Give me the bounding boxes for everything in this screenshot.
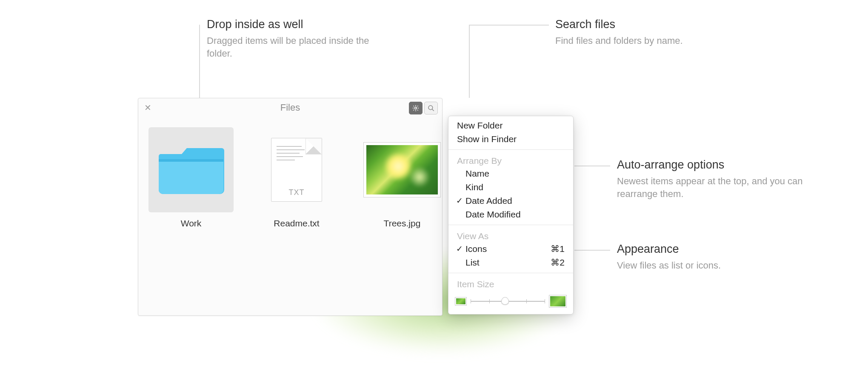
checkmark-icon: ✓: [456, 244, 463, 254]
leader-line: [469, 25, 470, 98]
text-file-icon: TXT: [254, 127, 339, 212]
svg-line-2: [432, 109, 434, 111]
menu-header-arrange-by: Arrange By: [448, 153, 573, 167]
file-item-text[interactable]: TXT Readme.txt: [254, 127, 339, 229]
menu-separator: [448, 273, 573, 273]
menu-item-arrange-kind[interactable]: Kind: [448, 180, 573, 194]
gear-icon: [412, 104, 420, 112]
window-title: Files: [280, 102, 300, 113]
slider-knob[interactable]: [501, 297, 509, 305]
svg-point-0: [415, 107, 417, 109]
settings-button[interactable]: [409, 102, 423, 114]
callout-desc: View files as list or icons.: [617, 259, 804, 272]
menu-item-label: Icons: [465, 244, 487, 254]
callout-appearance: Appearance View files as list or icons.: [617, 242, 804, 272]
image-thumbnail: [360, 127, 445, 212]
callout-search-files: Search files Find files and folders by n…: [555, 17, 742, 47]
settings-menu: New Folder Show in Finder Arrange By Nam…: [448, 116, 574, 314]
item-size-slider[interactable]: [471, 301, 545, 302]
search-icon: [427, 104, 435, 112]
leader-line: [469, 25, 549, 26]
keyboard-shortcut: ⌘2: [551, 257, 565, 268]
folder-icon: [148, 127, 234, 212]
callout-title: Drop inside as well: [207, 17, 394, 32]
callout-desc: Newest items appear at the top, and you …: [617, 175, 821, 200]
menu-item-arrange-date-modified[interactable]: Date Modified: [448, 208, 573, 221]
size-thumb-small-icon: [455, 297, 466, 305]
callout-title: Appearance: [617, 242, 804, 257]
file-label: Work: [181, 218, 202, 229]
menu-header-item-size: Item Size: [448, 277, 573, 290]
size-thumb-large-icon: [549, 295, 566, 307]
menu-item-view-list[interactable]: List ⌘2: [448, 256, 573, 269]
file-label: Readme.txt: [274, 218, 319, 229]
menu-item-arrange-date-added[interactable]: ✓ Date Added: [448, 194, 573, 208]
callout-auto-arrange: Auto-arrange options Newest items appear…: [617, 157, 821, 200]
menu-separator: [448, 149, 573, 150]
menu-item-label: Date Added: [465, 196, 512, 206]
file-ext-label: TXT: [271, 188, 322, 197]
file-label: Trees.jpg: [384, 218, 421, 229]
callout-drop-inside: Drop inside as well Dragged items will b…: [207, 17, 394, 60]
callout-desc: Dragged items will be placed inside the …: [207, 34, 394, 60]
file-item-image[interactable]: Trees.jpg: [360, 127, 445, 229]
close-button[interactable]: ✕: [144, 103, 151, 112]
svg-rect-3: [159, 159, 223, 162]
items-area: Work TXT: [138, 117, 442, 229]
callout-desc: Find files and folders by name.: [555, 34, 742, 47]
callout-title: Auto-arrange options: [617, 157, 821, 172]
menu-item-arrange-name[interactable]: Name: [448, 167, 573, 180]
titlebar: ✕ Files: [138, 98, 442, 117]
menu-item-view-icons[interactable]: ✓ Icons ⌘1: [448, 242, 573, 256]
files-window: ✕ Files: [138, 98, 443, 316]
toolbar-right: [409, 102, 438, 114]
menu-separator: [448, 225, 573, 225]
svg-point-1: [428, 106, 433, 110]
menu-item-show-in-finder[interactable]: Show in Finder: [448, 132, 573, 146]
checkmark-icon: ✓: [456, 196, 463, 206]
item-size-slider-row: [448, 290, 573, 312]
menu-item-label: List: [465, 257, 480, 267]
search-button[interactable]: [424, 102, 438, 114]
keyboard-shortcut: ⌘1: [551, 244, 565, 254]
menu-item-new-folder[interactable]: New Folder: [448, 119, 573, 132]
leader-line: [574, 250, 610, 251]
leader-line: [574, 166, 610, 166]
menu-header-view-as: View As: [448, 229, 573, 242]
callout-title: Search files: [555, 17, 742, 32]
file-item-folder[interactable]: Work: [148, 127, 234, 229]
